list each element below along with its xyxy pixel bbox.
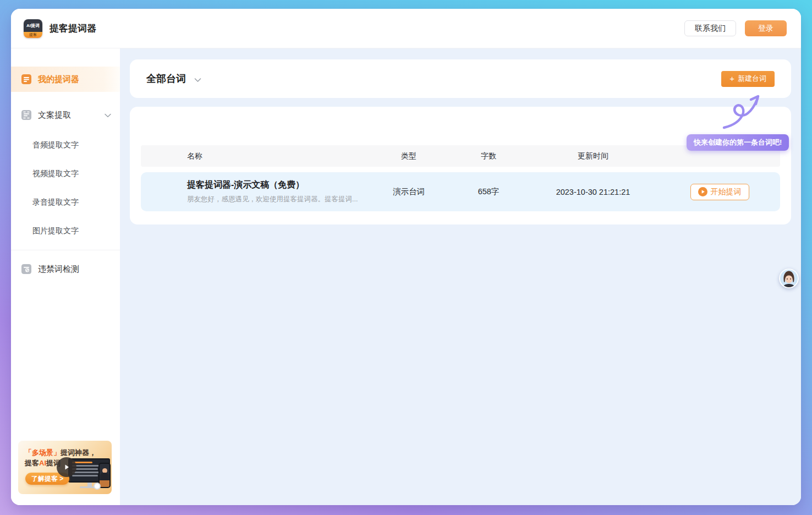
sidebar-item-audio-extract[interactable]: 音频提取文字 [11,131,120,160]
contact-us-button[interactable]: 联系我们 [684,20,736,36]
sidebar-item-forbidden-words[interactable]: 违禁词检测 [11,257,120,281]
script-filter-dropdown[interactable]: 全部台词 [146,72,186,85]
promo-line1-accent: 「多场景」 [25,448,61,457]
play-circle-icon [698,187,707,196]
table-row[interactable]: 提客提词器-演示文稿（免费） 朋友您好，感恩遇见，欢迎使用提客提词器。提客提词.… [141,172,780,211]
sidebar-divider [11,250,120,250]
logo-bottom-text: 提客 [24,32,42,38]
desktop-background: AI提词 提客 提客提词器 联系我们 登录 我的提词器 [0,0,812,515]
header-actions: 联系我们 登录 [684,20,787,36]
sidebar-item-copy-extract[interactable]: 文案提取 [11,102,120,128]
start-prompting-button[interactable]: 开始提词 [690,184,749,200]
table-header: 名称 类型 字数 更新时间 [141,145,780,167]
logo-top-text: AI提词 [24,19,42,32]
promo-card[interactable]: 「多场景」提词神器， 提客AI提词 了解提客 > [18,441,112,494]
sidebar-item-my-prompter[interactable]: 我的提词器 [11,67,120,92]
forbidden-words-icon [21,264,31,274]
create-first-script-tooltip: 快来创建你的第一条台词吧! [687,134,789,151]
script-word-count: 658字 [450,187,527,197]
sidebar-item-video-extract[interactable]: 视频提取文字 [11,160,120,188]
script-type: 演示台词 [367,187,450,197]
app-logo-icon: AI提词 提客 [24,19,42,38]
column-header-updated-at: 更新时间 [527,151,659,161]
chevron-down-icon[interactable] [194,75,201,85]
app-window: AI提词 提客 提客提词器 联系我们 登录 我的提词器 [11,9,801,505]
sidebar-item-label: 我的提词器 [38,74,79,85]
extract-text-icon [21,110,31,120]
promo-line1-rest: 提词神器， [61,448,96,457]
sidebar-item-recording-extract[interactable]: 录音提取文字 [11,188,120,217]
script-title: 提客提词器-演示文稿（免费） [187,179,367,191]
filter-panel: 全部台词 + 新建台词 [130,59,791,98]
plus-icon: + [729,74,734,83]
document-icon [21,74,31,84]
start-prompting-label: 开始提词 [711,187,742,197]
script-actions-cell: 开始提词 [659,184,780,200]
play-video-icon[interactable] [57,457,76,477]
app-header: AI提词 提客 提客提词器 联系我们 登录 [11,9,801,48]
remote-control-image [94,483,101,490]
new-script-button-label: 新建台词 [738,74,766,84]
script-name-cell: 提客提词器-演示文稿（免费） 朋友您好，感恩遇见，欢迎使用提客提词器。提客提词.… [141,179,367,204]
column-header-word-count: 字数 [450,151,527,161]
column-header-type: 类型 [367,151,450,161]
page-title: 提客提词器 [50,22,96,35]
sidebar-item-image-extract[interactable]: 图片提取文字 [11,217,120,245]
script-updated-at: 2023-10-30 21:21:21 [527,188,659,196]
script-list-panel: 名称 类型 字数 更新时间 提客提词器-演示文稿（免费） 朋友您好，感恩遇见，欢… [130,107,791,224]
column-header-name: 名称 [141,151,367,161]
promo-line2-accent: AI [39,459,46,467]
login-button[interactable]: 登录 [745,20,787,36]
sidebar: 我的提词器 文案提取 音频提取文字 视频提取文 [11,48,120,505]
monitor-stand [87,483,92,486]
sidebar-item-label: 违禁词检测 [38,264,79,275]
new-script-button[interactable]: + 新建台词 [721,71,775,87]
promo-line2-pre: 提客 [25,459,39,467]
app-body: 我的提词器 文案提取 音频提取文字 视频提取文 [11,48,801,505]
assistant-avatar[interactable] [779,269,799,288]
main-content: 全部台词 + 新建台词 名称 类型 字数 更新时间 [120,48,801,505]
script-preview: 朋友您好，感恩遇见，欢迎使用提客提词器。提客提词... [187,195,367,204]
chevron-down-icon[interactable] [105,110,111,120]
sidebar-item-label: 文案提取 [38,110,71,120]
sidebar-sub-list: 音频提取文字 视频提取文字 录音提取文字 图片提取文字 [11,131,120,245]
